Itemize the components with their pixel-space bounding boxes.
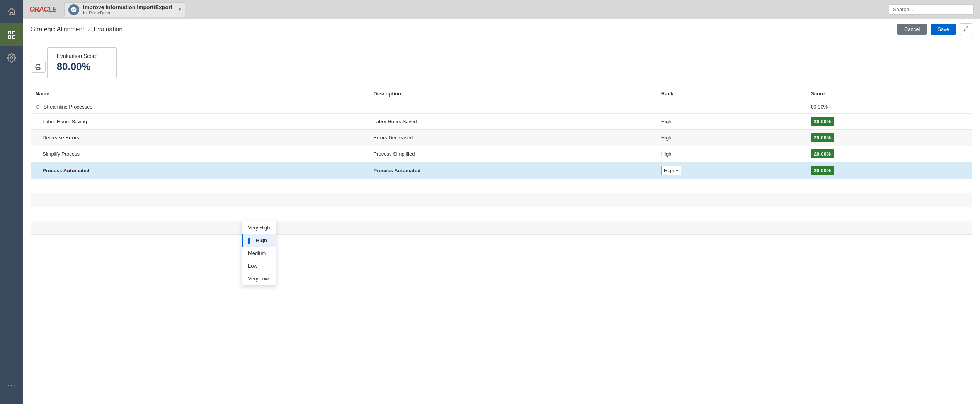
dropdown-item-low[interactable]: Low xyxy=(242,260,276,272)
table-row: Labor Hours Saving Labor Hours Saved Hig… xyxy=(31,114,972,130)
col-rank: Rank xyxy=(657,88,806,100)
project-chevron-icon: ▾ xyxy=(179,7,181,12)
score-badge: 20.00% xyxy=(811,133,834,142)
sidebar-item-more[interactable]: ··· xyxy=(0,373,23,396)
dots-icon: ··· xyxy=(7,380,16,389)
row-score: 20.00% xyxy=(806,146,972,162)
sidebar-item-dashboard[interactable] xyxy=(0,23,23,46)
print-button[interactable] xyxy=(31,61,46,73)
score-label: Evaluation Score xyxy=(57,53,107,59)
row-description: Errors Decreased xyxy=(369,130,656,146)
save-button[interactable]: Save xyxy=(931,24,956,35)
dropdown-item-high[interactable]: ▌ High xyxy=(242,234,276,247)
breadcrumb-separator: › xyxy=(88,26,90,32)
breadcrumb-current: Evaluation xyxy=(94,26,123,33)
dropdown-item-medium[interactable]: Medium xyxy=(242,247,276,260)
row-score: 80.00% xyxy=(806,100,972,114)
rank-value: High xyxy=(664,168,674,173)
row-score: 20.00% xyxy=(806,130,972,146)
dropdown-item-very-high[interactable]: Very High xyxy=(242,221,276,234)
project-info: Improve Information Import/Export In: Pr… xyxy=(83,4,172,15)
svg-rect-3 xyxy=(12,36,15,38)
dropdown-item-label: High xyxy=(256,238,267,243)
row-rank-cell: High ▾ xyxy=(657,162,806,179)
table-row: ⊖ Streamline Processes 80.00% xyxy=(31,100,972,114)
score-value: 80.00% xyxy=(57,61,107,73)
row-name: Process Automated xyxy=(31,162,369,179)
row-rank xyxy=(657,100,806,114)
expand-button[interactable] xyxy=(960,23,972,35)
row-name: ⊖ Streamline Processes xyxy=(31,100,369,114)
row-description: Process Automated xyxy=(369,162,656,179)
svg-rect-2 xyxy=(8,36,11,38)
table-row-empty xyxy=(31,179,972,193)
selected-check-icon: ▌ xyxy=(248,238,253,243)
project-title: Improve Information Import/Export xyxy=(83,4,172,10)
page-body: Evaluation Score 80.00% Name Description… xyxy=(23,39,980,404)
dropdown-item-very-low[interactable]: Very Low xyxy=(242,272,276,285)
row-name: Simplify Process xyxy=(31,146,369,162)
topbar-project[interactable]: Improve Information Import/Export In: Pr… xyxy=(64,2,185,17)
table-row-empty xyxy=(31,193,972,207)
col-score: Score xyxy=(806,88,972,100)
row-rank: High xyxy=(657,146,806,162)
row-score: 20.00% xyxy=(806,162,972,179)
table-row-empty xyxy=(31,221,972,235)
row-name: Decrease Errors xyxy=(31,130,369,146)
row-rank: High xyxy=(657,130,806,146)
table-row-selected: Process Automated Process Automated High… xyxy=(31,162,972,179)
search-input[interactable] xyxy=(889,4,974,15)
project-sub: In: PrimeDemo xyxy=(83,10,172,15)
project-icon xyxy=(68,4,79,15)
col-name: Name xyxy=(31,88,369,100)
score-card: Evaluation Score 80.00% xyxy=(47,47,117,78)
topbar: ORACLE Improve Information Import/Export… xyxy=(23,0,980,19)
sidebar-item-settings[interactable] xyxy=(0,46,23,70)
oracle-logo: ORACLE xyxy=(29,5,56,14)
dropdown-item-label: Low xyxy=(248,263,257,269)
row-description xyxy=(369,100,656,114)
row-name: Labor Hours Saving xyxy=(31,114,369,130)
sidebar: ··· xyxy=(0,0,23,404)
table-row-empty xyxy=(31,207,972,221)
svg-point-4 xyxy=(10,57,13,59)
svg-rect-5 xyxy=(37,67,40,69)
dropdown-item-label: Very High xyxy=(248,225,270,231)
row-score: 20.00% xyxy=(806,114,972,130)
dropdown-arrow-icon[interactable]: ▾ xyxy=(676,168,679,173)
col-description: Description xyxy=(369,88,656,100)
dropdown-item-label: Medium xyxy=(248,250,266,256)
eval-table: Name Description Rank Score ⊖ Streamline… xyxy=(31,88,972,235)
rank-dropdown: Very High ▌ High Medium Low Very Low xyxy=(242,221,276,285)
table-row: Decrease Errors Errors Decreased High 20… xyxy=(31,130,972,146)
sidebar-item-home[interactable] xyxy=(0,0,23,23)
print-icon xyxy=(35,64,41,70)
collapse-icon[interactable]: ⊖ xyxy=(36,104,40,110)
score-badge: 20.00% xyxy=(811,166,834,175)
row-description: Labor Hours Saved xyxy=(369,114,656,130)
breadcrumb-link[interactable]: Strategic Alignment xyxy=(31,26,84,33)
table-row: Simplify Process Process Simplified High… xyxy=(31,146,972,162)
score-badge: 20.00% xyxy=(811,117,834,126)
svg-rect-1 xyxy=(12,31,15,34)
dropdown-item-label: Very Low xyxy=(248,276,269,282)
cancel-button[interactable]: Cancel xyxy=(897,24,927,35)
expand-icon xyxy=(963,26,969,31)
svg-rect-0 xyxy=(8,31,11,34)
page-header: Strategic Alignment › Evaluation Cancel … xyxy=(23,19,980,39)
row-rank: High xyxy=(657,114,806,130)
content-area: Strategic Alignment › Evaluation Cancel … xyxy=(23,19,980,404)
header-actions: Cancel Save xyxy=(897,23,972,35)
row-description: Process Simplified xyxy=(369,146,656,162)
score-badge: 20.00% xyxy=(811,149,834,158)
